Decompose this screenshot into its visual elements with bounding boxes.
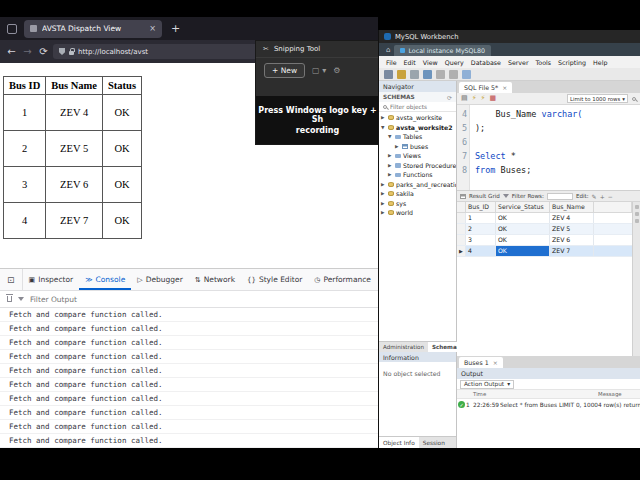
menu-help[interactable]: Help: [593, 59, 607, 66]
grid-cell[interactable]: OK: [496, 246, 550, 256]
expand-icon[interactable]: ▶: [388, 172, 393, 177]
tree-item-avsta-worksite2[interactable]: ▼avsta_worksite2: [379, 123, 456, 133]
tree-item-views[interactable]: ▶Views: [379, 151, 456, 161]
clear-console-icon[interactable]: [7, 296, 12, 302]
limit-rows-dropdown[interactable]: Limit to 1000 rows ▾: [567, 94, 628, 103]
lock-icon[interactable]: [69, 51, 74, 55]
grid-row[interactable]: 3OKZEV 6: [457, 235, 632, 246]
tree-item-sys[interactable]: ▶sys: [379, 199, 456, 209]
editor-search-icon[interactable]: [632, 97, 636, 101]
collapse-icon[interactable]: ▼: [381, 125, 386, 130]
expand-icon[interactable]: ▶: [381, 115, 386, 120]
devtools-tab-network[interactable]: ⇅Network: [189, 269, 241, 290]
expand-icon[interactable]: ▶: [381, 191, 386, 196]
back-icon[interactable]: ←: [5, 46, 18, 57]
devtools-tab-console[interactable]: ≫Console: [79, 269, 131, 290]
grid-column-header[interactable]: Service_Status: [496, 202, 550, 212]
menu-database[interactable]: Database: [471, 59, 501, 66]
grid-cell[interactable]: ZEV 5: [550, 224, 594, 234]
sql-editor[interactable]: 45678 Bus_Name varchar();Select *from Bu…: [457, 105, 640, 191]
stop-icon[interactable]: ■: [489, 95, 496, 102]
tree-item-buses[interactable]: ▶buses: [379, 142, 456, 152]
open-file-icon[interactable]: [410, 70, 419, 79]
tree-item-avsta-worksite[interactable]: ▶avsta_worksite: [379, 113, 456, 123]
output-mode-dropdown[interactable]: Action Output ▾: [460, 380, 514, 389]
save-script-icon[interactable]: ▤: [461, 95, 468, 102]
refresh-schemas-icon[interactable]: ⟳: [447, 94, 452, 101]
grid-cell[interactable]: 1: [466, 213, 496, 223]
console-output[interactable]: Fetch and compare function called.Fetch …: [0, 308, 378, 448]
menu-edit[interactable]: Edit: [404, 59, 416, 66]
expand-icon[interactable]: ▶: [381, 210, 386, 215]
delete-record-icon[interactable]: −: [608, 193, 613, 200]
devtools-tab-debugger[interactable]: ▷Debugger: [131, 269, 189, 290]
filter-rows-input[interactable]: [547, 193, 573, 200]
grid-cell[interactable]: OK: [496, 213, 550, 223]
output-log-row[interactable]: 1 22:26:59 Select * from Buses LIMIT 0, …: [457, 399, 640, 410]
console-filter-input[interactable]: [30, 295, 150, 304]
expand-icon[interactable]: ▶: [388, 153, 393, 158]
grid-row[interactable]: 1OKZEV 4: [457, 213, 632, 224]
redo-icon[interactable]: [449, 70, 458, 79]
grid-column-header[interactable]: Bus_Name: [550, 202, 594, 212]
tab-session[interactable]: Session: [419, 437, 449, 448]
tab-close-icon[interactable]: ×: [149, 24, 156, 33]
expand-icon[interactable]: ▶: [381, 201, 386, 206]
tab-object-info[interactable]: Object Info: [379, 437, 419, 448]
pick-element-icon[interactable]: ⊡: [0, 269, 23, 290]
panel-toggle-icon[interactable]: [462, 70, 471, 79]
shield-icon[interactable]: [59, 48, 65, 55]
tree-item-sakila[interactable]: ▶sakila: [379, 189, 456, 199]
grid-cell[interactable]: 4: [466, 246, 496, 256]
new-snip-button[interactable]: + New: [264, 63, 305, 78]
new-model-icon[interactable]: [384, 70, 393, 79]
grid-cell[interactable]: ZEV 7: [550, 246, 594, 256]
undo-icon[interactable]: [436, 70, 445, 79]
execute-current-icon[interactable]: ⚡: [481, 95, 486, 102]
sql-file-tab[interactable]: SQL File 5* ×: [459, 82, 512, 93]
tree-item-parks-and-recreation[interactable]: ▶parks_and_recreation: [379, 180, 456, 190]
expand-icon[interactable]: ▶: [388, 163, 393, 168]
save-icon[interactable]: [423, 70, 432, 79]
expand-icon[interactable]: ▶: [381, 182, 386, 187]
devtools-tab-performance[interactable]: ◷Performance: [308, 269, 377, 290]
grid-row[interactable]: 2OKZEV 5: [457, 224, 632, 235]
tree-item-tables[interactable]: ▼Tables: [379, 132, 456, 142]
edit-record-icon[interactable]: ✎: [592, 193, 597, 200]
grid-cell[interactable]: 2: [466, 224, 496, 234]
menu-scripting[interactable]: Scripting: [558, 59, 586, 66]
tree-item-stored-procedures[interactable]: ▶Stored Procedures: [379, 161, 456, 171]
menu-file[interactable]: File: [386, 59, 397, 66]
devtools-tab-style-editor[interactable]: {}Style Editor: [241, 269, 308, 290]
filter-objects-input[interactable]: [390, 104, 448, 110]
grid-cell[interactable]: ZEV 6: [550, 235, 594, 245]
tree-item-world[interactable]: ▶world: [379, 208, 456, 218]
grid-column-header[interactable]: Bus_ID: [466, 202, 496, 212]
rail-grid-view-icon[interactable]: [635, 205, 639, 209]
new-query-tab-icon[interactable]: [397, 70, 406, 79]
grid-cell[interactable]: 3: [466, 235, 496, 245]
grid-cell[interactable]: ZEV 4: [550, 213, 594, 223]
editor-code[interactable]: Bus_Name varchar();Select *from Buses;: [470, 105, 640, 190]
collapse-icon[interactable]: ▼: [388, 134, 393, 139]
menu-server[interactable]: Server: [508, 59, 529, 66]
menu-view[interactable]: View: [423, 59, 438, 66]
menu-query[interactable]: Query: [445, 59, 464, 66]
forward-icon[interactable]: →: [21, 46, 34, 57]
connection-tab[interactable]: Local instance MySQL80: [394, 45, 491, 56]
browser-tab[interactable]: AVSTA Dispatch View ×: [24, 20, 162, 38]
tab-administration[interactable]: Administration: [379, 342, 428, 352]
rail-form-view-icon[interactable]: [635, 212, 639, 216]
reload-icon[interactable]: ⟳: [37, 46, 50, 57]
snip-mode-dropdown-icon[interactable]: ▢ ▾: [312, 66, 326, 75]
sql-file-tab-close-icon[interactable]: ×: [502, 84, 507, 91]
snip-settings-icon[interactable]: ⚙: [333, 66, 340, 75]
menu-tools[interactable]: Tools: [536, 59, 552, 66]
execute-icon[interactable]: ⚡: [472, 95, 477, 102]
result-tab-buses[interactable]: Buses 1 ×: [459, 357, 503, 368]
result-tab-close-icon[interactable]: ×: [493, 359, 498, 366]
firefox-view-icon[interactable]: [7, 24, 17, 34]
home-icon[interactable]: ⌂: [382, 46, 394, 54]
grid-cell[interactable]: OK: [496, 224, 550, 234]
add-record-icon[interactable]: +: [600, 193, 605, 200]
